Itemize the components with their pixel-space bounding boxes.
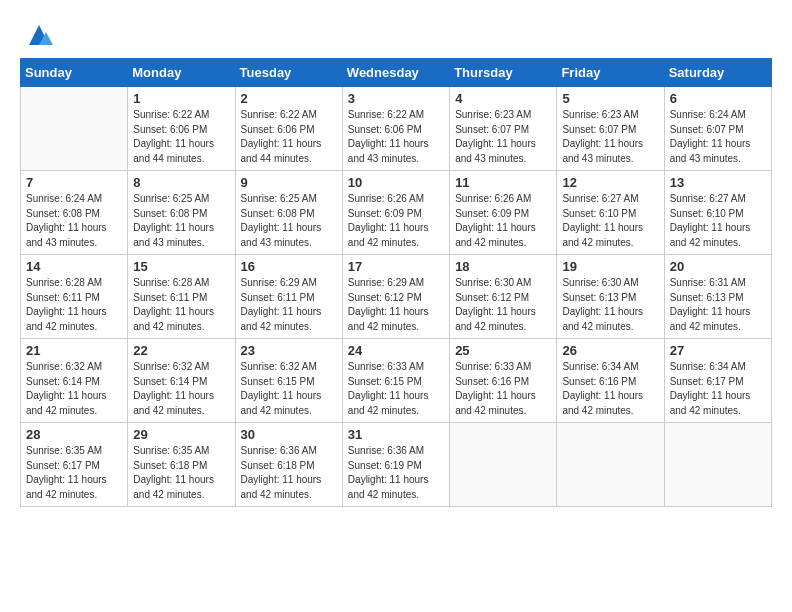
calendar-cell: 14Sunrise: 6:28 AMSunset: 6:11 PMDayligh… (21, 255, 128, 339)
cell-info: Sunrise: 6:33 AMSunset: 6:16 PMDaylight:… (455, 360, 551, 418)
calendar-cell: 26Sunrise: 6:34 AMSunset: 6:16 PMDayligh… (557, 339, 664, 423)
day-number: 22 (133, 343, 229, 358)
calendar-cell (21, 87, 128, 171)
cell-info: Sunrise: 6:24 AMSunset: 6:08 PMDaylight:… (26, 192, 122, 250)
day-number: 6 (670, 91, 766, 106)
calendar-cell (557, 423, 664, 507)
cell-info: Sunrise: 6:23 AMSunset: 6:07 PMDaylight:… (562, 108, 658, 166)
day-number: 8 (133, 175, 229, 190)
cell-info: Sunrise: 6:32 AMSunset: 6:14 PMDaylight:… (133, 360, 229, 418)
day-number: 19 (562, 259, 658, 274)
calendar-cell: 6Sunrise: 6:24 AMSunset: 6:07 PMDaylight… (664, 87, 771, 171)
calendar-cell: 13Sunrise: 6:27 AMSunset: 6:10 PMDayligh… (664, 171, 771, 255)
cell-info: Sunrise: 6:36 AMSunset: 6:18 PMDaylight:… (241, 444, 337, 502)
calendar-cell: 22Sunrise: 6:32 AMSunset: 6:14 PMDayligh… (128, 339, 235, 423)
calendar-week-row: 21Sunrise: 6:32 AMSunset: 6:14 PMDayligh… (21, 339, 772, 423)
day-number: 9 (241, 175, 337, 190)
calendar-cell: 2Sunrise: 6:22 AMSunset: 6:06 PMDaylight… (235, 87, 342, 171)
cell-info: Sunrise: 6:23 AMSunset: 6:07 PMDaylight:… (455, 108, 551, 166)
calendar-cell: 31Sunrise: 6:36 AMSunset: 6:19 PMDayligh… (342, 423, 449, 507)
cell-info: Sunrise: 6:26 AMSunset: 6:09 PMDaylight:… (348, 192, 444, 250)
calendar-week-row: 7Sunrise: 6:24 AMSunset: 6:08 PMDaylight… (21, 171, 772, 255)
day-number: 23 (241, 343, 337, 358)
day-number: 31 (348, 427, 444, 442)
calendar-cell: 12Sunrise: 6:27 AMSunset: 6:10 PMDayligh… (557, 171, 664, 255)
cell-info: Sunrise: 6:29 AMSunset: 6:11 PMDaylight:… (241, 276, 337, 334)
calendar-cell: 4Sunrise: 6:23 AMSunset: 6:07 PMDaylight… (450, 87, 557, 171)
calendar-week-row: 28Sunrise: 6:35 AMSunset: 6:17 PMDayligh… (21, 423, 772, 507)
cell-info: Sunrise: 6:34 AMSunset: 6:16 PMDaylight:… (562, 360, 658, 418)
calendar-cell: 10Sunrise: 6:26 AMSunset: 6:09 PMDayligh… (342, 171, 449, 255)
cell-info: Sunrise: 6:25 AMSunset: 6:08 PMDaylight:… (241, 192, 337, 250)
day-number: 15 (133, 259, 229, 274)
day-header-thursday: Thursday (450, 59, 557, 87)
calendar-cell: 7Sunrise: 6:24 AMSunset: 6:08 PMDaylight… (21, 171, 128, 255)
day-header-tuesday: Tuesday (235, 59, 342, 87)
day-header-monday: Monday (128, 59, 235, 87)
calendar-header-row: SundayMondayTuesdayWednesdayThursdayFrid… (21, 59, 772, 87)
calendar-cell: 3Sunrise: 6:22 AMSunset: 6:06 PMDaylight… (342, 87, 449, 171)
cell-info: Sunrise: 6:35 AMSunset: 6:17 PMDaylight:… (26, 444, 122, 502)
day-number: 12 (562, 175, 658, 190)
calendar-cell: 28Sunrise: 6:35 AMSunset: 6:17 PMDayligh… (21, 423, 128, 507)
calendar-cell: 20Sunrise: 6:31 AMSunset: 6:13 PMDayligh… (664, 255, 771, 339)
cell-info: Sunrise: 6:31 AMSunset: 6:13 PMDaylight:… (670, 276, 766, 334)
calendar-cell: 1Sunrise: 6:22 AMSunset: 6:06 PMDaylight… (128, 87, 235, 171)
day-number: 7 (26, 175, 122, 190)
page-header (20, 20, 772, 50)
day-header-saturday: Saturday (664, 59, 771, 87)
calendar-cell: 24Sunrise: 6:33 AMSunset: 6:15 PMDayligh… (342, 339, 449, 423)
calendar-cell: 29Sunrise: 6:35 AMSunset: 6:18 PMDayligh… (128, 423, 235, 507)
cell-info: Sunrise: 6:22 AMSunset: 6:06 PMDaylight:… (241, 108, 337, 166)
day-number: 3 (348, 91, 444, 106)
day-number: 10 (348, 175, 444, 190)
day-number: 5 (562, 91, 658, 106)
logo (20, 20, 54, 50)
cell-info: Sunrise: 6:28 AMSunset: 6:11 PMDaylight:… (26, 276, 122, 334)
calendar-cell: 17Sunrise: 6:29 AMSunset: 6:12 PMDayligh… (342, 255, 449, 339)
calendar-cell: 8Sunrise: 6:25 AMSunset: 6:08 PMDaylight… (128, 171, 235, 255)
day-number: 28 (26, 427, 122, 442)
cell-info: Sunrise: 6:32 AMSunset: 6:14 PMDaylight:… (26, 360, 122, 418)
cell-info: Sunrise: 6:30 AMSunset: 6:12 PMDaylight:… (455, 276, 551, 334)
cell-info: Sunrise: 6:30 AMSunset: 6:13 PMDaylight:… (562, 276, 658, 334)
cell-info: Sunrise: 6:32 AMSunset: 6:15 PMDaylight:… (241, 360, 337, 418)
calendar-cell: 25Sunrise: 6:33 AMSunset: 6:16 PMDayligh… (450, 339, 557, 423)
day-number: 13 (670, 175, 766, 190)
calendar-cell: 30Sunrise: 6:36 AMSunset: 6:18 PMDayligh… (235, 423, 342, 507)
cell-info: Sunrise: 6:25 AMSunset: 6:08 PMDaylight:… (133, 192, 229, 250)
cell-info: Sunrise: 6:36 AMSunset: 6:19 PMDaylight:… (348, 444, 444, 502)
day-number: 30 (241, 427, 337, 442)
calendar-cell: 16Sunrise: 6:29 AMSunset: 6:11 PMDayligh… (235, 255, 342, 339)
day-number: 20 (670, 259, 766, 274)
calendar-cell (664, 423, 771, 507)
cell-info: Sunrise: 6:22 AMSunset: 6:06 PMDaylight:… (133, 108, 229, 166)
calendar-cell: 21Sunrise: 6:32 AMSunset: 6:14 PMDayligh… (21, 339, 128, 423)
day-number: 26 (562, 343, 658, 358)
day-number: 29 (133, 427, 229, 442)
calendar-cell: 5Sunrise: 6:23 AMSunset: 6:07 PMDaylight… (557, 87, 664, 171)
calendar-table: SundayMondayTuesdayWednesdayThursdayFrid… (20, 58, 772, 507)
day-number: 4 (455, 91, 551, 106)
cell-info: Sunrise: 6:27 AMSunset: 6:10 PMDaylight:… (670, 192, 766, 250)
calendar-cell: 19Sunrise: 6:30 AMSunset: 6:13 PMDayligh… (557, 255, 664, 339)
day-number: 14 (26, 259, 122, 274)
cell-info: Sunrise: 6:22 AMSunset: 6:06 PMDaylight:… (348, 108, 444, 166)
calendar-cell: 27Sunrise: 6:34 AMSunset: 6:17 PMDayligh… (664, 339, 771, 423)
day-header-sunday: Sunday (21, 59, 128, 87)
day-header-friday: Friday (557, 59, 664, 87)
day-number: 17 (348, 259, 444, 274)
day-number: 1 (133, 91, 229, 106)
cell-info: Sunrise: 6:34 AMSunset: 6:17 PMDaylight:… (670, 360, 766, 418)
day-number: 24 (348, 343, 444, 358)
day-number: 25 (455, 343, 551, 358)
cell-info: Sunrise: 6:26 AMSunset: 6:09 PMDaylight:… (455, 192, 551, 250)
day-number: 18 (455, 259, 551, 274)
day-number: 21 (26, 343, 122, 358)
calendar-cell: 15Sunrise: 6:28 AMSunset: 6:11 PMDayligh… (128, 255, 235, 339)
day-number: 27 (670, 343, 766, 358)
day-number: 16 (241, 259, 337, 274)
day-number: 2 (241, 91, 337, 106)
logo-icon (24, 20, 54, 50)
cell-info: Sunrise: 6:29 AMSunset: 6:12 PMDaylight:… (348, 276, 444, 334)
